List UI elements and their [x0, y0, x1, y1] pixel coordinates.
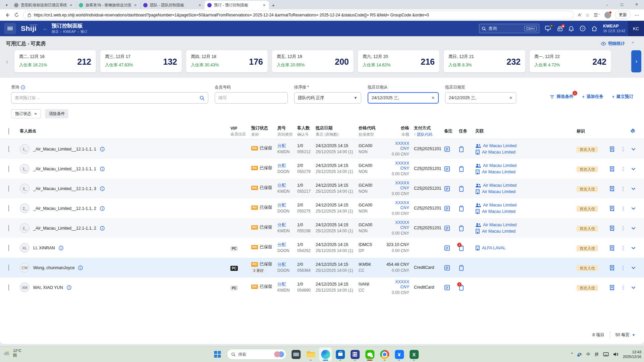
ime-mode-button[interactable]: 拼: [595, 352, 599, 357]
filter-conditions-button[interactable]: 筛选条件 1: [550, 94, 573, 100]
help-icon[interactable]: ?: [580, 25, 586, 32]
tasks-cell[interactable]: [459, 205, 475, 212]
availability-card[interactable]: 周三, 12月 17 入住率 47.83% 132: [100, 50, 182, 72]
notes-cell[interactable]: [444, 146, 459, 152]
folio-icon[interactable]: [609, 225, 615, 231]
menu-hamburger-icon[interactable]: [4, 23, 16, 34]
sort-select[interactable]: 团队代码 正序 ▼: [294, 92, 361, 104]
task-clipboard-icon[interactable]: [459, 265, 475, 271]
row-menu-icon[interactable]: ⋮: [621, 245, 626, 251]
linked-profile-link[interactable]: Air Macau Limited: [483, 163, 517, 168]
expand-chevron-icon[interactable]: [631, 247, 636, 249]
table-row[interactable]: XM MAI, XIAO YUN i PC RS已保留 分配 KWDN 1/0 …: [0, 278, 644, 297]
info-icon[interactable]: i: [100, 167, 105, 171]
breadcrumb-item[interactable]: 预订: [80, 29, 88, 34]
notes-icon[interactable]: 2: [444, 245, 459, 251]
availability-card[interactable]: 周四, 12月 18 入住率 30.43% 176: [186, 50, 268, 72]
linked-profile-link[interactable]: Air Macau Limited: [482, 209, 516, 214]
column-header[interactable]: 客人姓名: [20, 128, 230, 134]
tasks-cell[interactable]: [459, 186, 475, 192]
refresh-icon[interactable]: [14, 12, 19, 17]
clear-x-icon[interactable]: ✕: [509, 96, 513, 100]
notes-icon[interactable]: [444, 205, 459, 212]
notes-icon[interactable]: [444, 146, 459, 152]
guest-name[interactable]: _Air_Macau_Limited__12.1-1.1, 1: [33, 147, 96, 152]
arrival-from-input[interactable]: 24/12/2025 三, ✕: [368, 92, 439, 104]
column-header[interactable]: 任务: [459, 128, 475, 134]
info-icon[interactable]: i: [59, 246, 63, 250]
table-row[interactable]: 2_ _Air_Macau_Limited__12.1-1.1, 2 i RS已…: [0, 198, 644, 218]
assign-room-link[interactable]: 分配: [277, 203, 286, 207]
new-tab-button[interactable]: +: [269, 1, 278, 9]
member-input[interactable]: 填写: [215, 92, 288, 104]
table-row[interactable]: CW Wong, chunmanJoyce i PC RS已保留 3 喜好 分配…: [0, 258, 644, 278]
browser-tab[interactable]: 旅客查询 - 紫楠旅馆业治安信息管 ✕: [76, 1, 140, 9]
assign-room-link[interactable]: 分配: [277, 223, 286, 227]
guest-name[interactable]: LI, XINRAN: [33, 246, 55, 250]
tasks-cell[interactable]: [459, 146, 475, 152]
select-all-checkbox[interactable]: [8, 128, 20, 134]
expand-chevron-icon[interactable]: [631, 207, 636, 210]
window-maximize-button[interactable]: ◻: [614, 0, 629, 9]
info-icon[interactable]: i: [67, 285, 71, 290]
notifications-bell-icon[interactable]: [569, 25, 574, 32]
availability-card[interactable]: 周五, 12月 19 入住率 20.95% 200: [272, 50, 354, 72]
row-checkbox[interactable]: [8, 245, 20, 251]
row-menu-icon[interactable]: ⋮: [621, 205, 626, 212]
row-menu-icon[interactable]: ⋮: [621, 285, 626, 291]
table-settings-gear-icon[interactable]: [630, 128, 636, 134]
ime-language-button[interactable]: 中: [586, 352, 590, 357]
linked-profile-link[interactable]: Air Macau Limited: [482, 189, 516, 194]
volume-icon[interactable]: [613, 352, 619, 357]
tab-close-icon[interactable]: ✕: [198, 3, 202, 7]
collapse-chevron-icon[interactable]: ⌃: [631, 41, 635, 46]
folio-icon[interactable]: [609, 166, 615, 172]
browser-tab[interactable]: 团队 - 团队控制面板 ✕: [140, 1, 205, 9]
table-row[interactable]: XL LI, XINRAN i PC RS已保留 分配 DOON 1/0 054…: [0, 238, 644, 258]
row-checkbox[interactable]: [8, 285, 20, 291]
assign-room-link[interactable]: 分配: [277, 282, 286, 287]
folio-icon[interactable]: [609, 285, 615, 291]
notes-cell[interactable]: [444, 225, 459, 231]
masked-price-link[interactable]: XXXXX CNY: [385, 181, 409, 190]
expand-chevron-icon[interactable]: [631, 187, 636, 190]
tasks-cell[interactable]: [459, 265, 475, 271]
carousel-next-button[interactable]: ›: [631, 50, 641, 72]
assign-room-link[interactable]: 分配: [277, 242, 286, 247]
favorite-star-icon[interactable]: ☆: [585, 12, 590, 18]
linked-profile-link[interactable]: Air Macau Limited: [482, 150, 516, 155]
notes-cell[interactable]: 1: [444, 285, 459, 291]
info-icon[interactable]: i: [100, 147, 105, 152]
table-row[interactable]: 3_ _Air_Macau_Limited__12.1-1.1, 3 i RS已…: [0, 179, 644, 198]
row-checkbox[interactable]: [8, 225, 20, 231]
user-avatar[interactable]: KC: [628, 21, 644, 36]
linked-profile-link[interactable]: Air Macau Limited: [483, 143, 517, 148]
assign-room-link[interactable]: 分配: [277, 183, 286, 188]
expand-chevron-icon[interactable]: [631, 168, 636, 170]
column-header[interactable]: 支付方式 ↑ 团队代码: [414, 125, 444, 137]
tray-sync-icon[interactable]: ⟳: [578, 352, 582, 357]
column-header[interactable]: 标识: [577, 128, 606, 134]
column-header[interactable]: 价格代码 担保类型: [359, 125, 385, 137]
query-input[interactable]: 查询预订按 ...: [11, 92, 208, 104]
column-header[interactable]: 房号 房间类型: [277, 125, 297, 137]
availability-card[interactable]: 周六, 12月 20 入住率 14.62% 216: [358, 50, 439, 72]
table-row[interactable]: 1_ _Air_Macau_Limited__12.1-1.1, 1 i RS已…: [0, 159, 644, 179]
linked-profile-link[interactable]: Air Macau Limited: [483, 203, 517, 207]
start-button[interactable]: [211, 348, 224, 361]
linked-profile-link[interactable]: Air Macau Limited: [482, 229, 516, 234]
task-clipboard-icon[interactable]: [459, 225, 475, 231]
availability-card[interactable]: 周一, 12月 22 入住率 4.72% 242: [530, 50, 611, 72]
per-page-select[interactable]: 50 每页 ▼: [615, 332, 635, 338]
read-aloud-icon[interactable]: Aʹ: [578, 13, 581, 17]
masked-price-link[interactable]: XXXXX CNY: [385, 220, 409, 230]
task-clipboard-icon[interactable]: [459, 146, 475, 152]
guest-name[interactable]: _Air_Macau_Limited__12.1-1.1, 2: [33, 226, 96, 231]
row-checkbox[interactable]: [8, 205, 20, 212]
column-header[interactable]: 抵店日期 离店 (房晚数): [316, 125, 359, 137]
global-search-input[interactable]: 查询 Ctrl+/: [479, 24, 539, 33]
tasks-cell[interactable]: [459, 166, 475, 172]
table-row[interactable]: 2_ _Air_Macau_Limited__12.1-1.1, 2 i RS已…: [0, 218, 644, 238]
folio-icon[interactable]: [609, 265, 615, 271]
workstation-offline-icon[interactable]: ✕: [545, 26, 551, 32]
